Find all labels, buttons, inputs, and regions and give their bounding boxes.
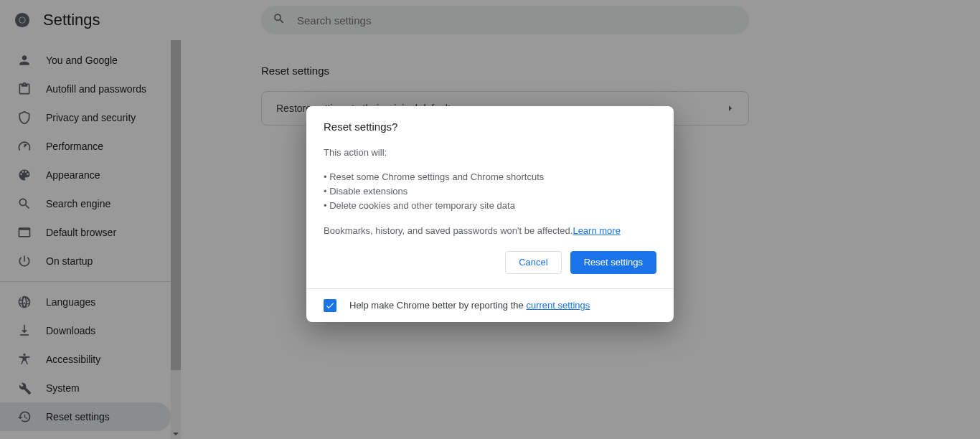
dialog-intro: This action will: [324, 146, 656, 160]
dialog-text: This action will: Reset some Chrome sett… [324, 146, 656, 238]
checkmark-icon [325, 301, 335, 311]
dialog-bullet: Disable extensions [324, 184, 656, 199]
current-settings-link[interactable]: current settings [526, 300, 590, 311]
dialog-bullet: Reset some Chrome settings and Chrome sh… [324, 170, 656, 184]
learn-more-link[interactable]: Learn more [573, 225, 620, 236]
dialog-bullet-list: Reset some Chrome settings and Chrome sh… [324, 170, 656, 213]
dialog-actions: Cancel Reset settings [324, 251, 656, 274]
modal-scrim[interactable]: Reset settings? This action will: Reset … [0, 0, 980, 439]
cancel-button[interactable]: Cancel [505, 251, 561, 274]
dialog-footer: Help make Chrome better by reporting the… [306, 288, 674, 322]
report-settings-checkbox[interactable] [324, 299, 336, 312]
dialog-footnote: Bookmarks, history, and saved passwords … [324, 224, 656, 238]
reset-settings-button[interactable]: Reset settings [570, 251, 656, 274]
dialog-footer-text: Help make Chrome better by reporting the… [349, 300, 590, 311]
dialog-title: Reset settings? [324, 121, 656, 133]
dialog-body: Reset settings? This action will: Reset … [306, 106, 674, 288]
dialog-bullet: Delete cookies and other temporary site … [324, 199, 656, 213]
reset-settings-dialog: Reset settings? This action will: Reset … [306, 106, 674, 322]
settings-app: Settings You and Google Autofill and pas… [0, 0, 980, 439]
